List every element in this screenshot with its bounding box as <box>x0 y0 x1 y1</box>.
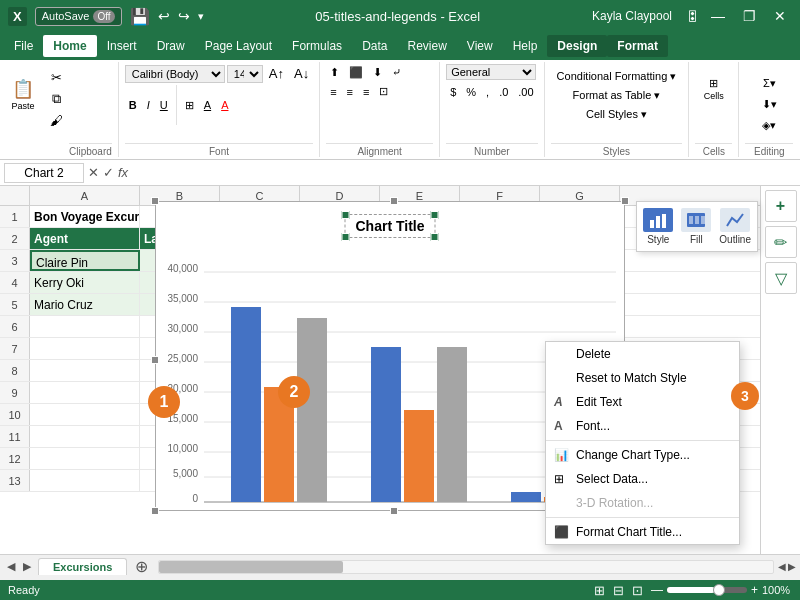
percent-btn[interactable]: % <box>462 84 480 100</box>
increase-font-btn[interactable]: A↑ <box>265 64 288 83</box>
page-layout-view-btn[interactable]: ⊟ <box>613 583 624 598</box>
restore-btn[interactable]: ❐ <box>737 6 762 26</box>
chart-title-handle-bl[interactable] <box>342 233 350 241</box>
zoom-in-btn[interactable]: + <box>751 583 758 597</box>
menu-data[interactable]: Data <box>352 35 397 57</box>
align-right-btn[interactable]: ≡ <box>359 84 373 100</box>
italic-button[interactable]: I <box>143 97 154 113</box>
border-btn[interactable]: ⊞ <box>181 97 198 114</box>
cell-a2[interactable]: Agent <box>30 228 140 249</box>
chart-handle-tm[interactable] <box>390 197 398 205</box>
scroll-right-btn[interactable]: ▶ <box>788 561 796 572</box>
menu-review[interactable]: Review <box>397 35 456 57</box>
cell-a5[interactable]: Mario Cruz <box>30 294 140 315</box>
autosave-toggle[interactable]: AutoSave Off <box>35 7 122 26</box>
conditional-formatting-btn[interactable]: Conditional Formatting ▾ <box>551 68 683 85</box>
chart-style-btn[interactable]: ✏ <box>765 226 797 258</box>
decrease-decimal-btn[interactable]: .00 <box>514 84 537 100</box>
menu-insert[interactable]: Insert <box>97 35 147 57</box>
chart-handle-tr[interactable] <box>621 197 629 205</box>
menu-home[interactable]: Home <box>43 35 96 57</box>
context-menu-font[interactable]: A Font... <box>546 414 739 438</box>
horizontal-scroll-thumb[interactable] <box>159 561 343 573</box>
paste-button[interactable]: 📋 Paste <box>6 64 40 124</box>
menu-page-layout[interactable]: Page Layout <box>195 35 282 57</box>
menu-view[interactable]: View <box>457 35 503 57</box>
sum-btn[interactable]: Σ▾ <box>759 75 780 92</box>
chart-title-handle-tl[interactable] <box>342 211 350 219</box>
chart-title-handle-br[interactable] <box>430 233 438 241</box>
clear-btn[interactable]: ◈▾ <box>758 117 780 134</box>
format-painter-button[interactable]: 🖌 <box>46 111 67 130</box>
sheet-tab-excursions[interactable]: Excursions <box>38 558 127 575</box>
chart-handle-bm[interactable] <box>390 507 398 515</box>
font-name-select[interactable]: Calibri (Body) <box>125 65 225 83</box>
close-btn[interactable]: ✕ <box>768 6 792 26</box>
chart-filter-btn[interactable]: ▽ <box>765 262 797 294</box>
align-middle-btn[interactable]: ⬛ <box>345 64 367 81</box>
fill-btn-area[interactable]: Fill <box>681 208 711 245</box>
cut-button[interactable]: ✂ <box>46 68 67 87</box>
ribbon-toggle-btn[interactable]: 🎛 <box>686 9 699 24</box>
copy-button[interactable]: ⧉ <box>46 89 67 109</box>
save-btn[interactable]: 💾 <box>130 7 150 26</box>
formula-input[interactable] <box>132 164 796 182</box>
scroll-sheets-left-btn[interactable]: ◀ <box>4 559 18 574</box>
scroll-left-btn[interactable]: ◀ <box>778 561 786 572</box>
bold-button[interactable]: B <box>125 97 141 113</box>
scroll-sheets-right-btn[interactable]: ▶ <box>20 559 34 574</box>
format-as-table-btn[interactable]: Format as Table ▾ <box>551 87 683 104</box>
cancel-icon[interactable]: ✕ <box>88 165 99 180</box>
chart-handle-ml[interactable] <box>151 356 159 364</box>
zoom-slider-thumb[interactable] <box>713 584 725 596</box>
outline-btn-area[interactable]: Outline <box>719 208 751 245</box>
font-color-btn[interactable]: A <box>217 97 232 113</box>
zoom-slider[interactable] <box>667 587 747 593</box>
fx-icon[interactable]: fx <box>118 165 128 180</box>
menu-help[interactable]: Help <box>503 35 548 57</box>
zoom-out-btn[interactable]: — <box>651 583 663 597</box>
undo-btn[interactable]: ↩ <box>158 8 170 24</box>
normal-view-btn[interactable]: ⊞ <box>594 583 605 598</box>
style-btn-area[interactable]: Style <box>643 208 673 245</box>
wrap-text-btn[interactable]: ⤶ <box>388 64 405 81</box>
page-break-view-btn[interactable]: ⊡ <box>632 583 643 598</box>
context-menu-format-chart-title[interactable]: ⬛ Format Chart Title... <box>546 520 739 544</box>
chart-add-element-btn[interactable]: + <box>765 190 797 222</box>
context-menu-select-data[interactable]: ⊞ Select Data... <box>546 467 739 491</box>
comma-btn[interactable]: , <box>482 84 493 100</box>
font-size-select[interactable]: 14 <box>227 65 263 83</box>
number-format-select[interactable]: General <box>446 64 536 80</box>
chart-handle-tl[interactable] <box>151 197 159 205</box>
cells-button[interactable]: ⊞ Cells <box>697 64 731 114</box>
chart-title-handle-tr[interactable] <box>430 211 438 219</box>
fill-btn[interactable]: ⬇▾ <box>758 96 781 113</box>
context-menu-reset-style[interactable]: Reset to Match Style <box>546 366 739 390</box>
cell-a3[interactable]: Claire Pin <box>30 250 140 271</box>
decrease-font-btn[interactable]: A↓ <box>290 64 313 83</box>
align-left-btn[interactable]: ≡ <box>326 84 340 100</box>
chart-handle-bl[interactable] <box>151 507 159 515</box>
align-center-btn[interactable]: ≡ <box>343 84 357 100</box>
chart-title-box[interactable]: Chart Title <box>345 214 436 238</box>
name-box[interactable] <box>4 163 84 183</box>
context-menu-delete[interactable]: Delete <box>546 342 739 366</box>
minimize-btn[interactable]: — <box>705 6 731 26</box>
merge-btn[interactable]: ⊡ <box>375 83 392 100</box>
cell-a1[interactable]: Bon Voyage Excursions <box>30 206 140 227</box>
menu-formulas[interactable]: Formulas <box>282 35 352 57</box>
menu-format[interactable]: Format <box>607 35 668 57</box>
menu-draw[interactable]: Draw <box>147 35 195 57</box>
align-bottom-btn[interactable]: ⬇ <box>369 64 386 81</box>
cell-styles-btn[interactable]: Cell Styles ▾ <box>551 106 683 123</box>
context-menu-change-chart-type[interactable]: 📊 Change Chart Type... <box>546 443 739 467</box>
underline-button[interactable]: U <box>156 97 172 113</box>
col-header-a[interactable]: A <box>30 186 140 205</box>
align-top-btn[interactable]: ⬆ <box>326 64 343 81</box>
increase-decimal-btn[interactable]: .0 <box>495 84 512 100</box>
confirm-icon[interactable]: ✓ <box>103 165 114 180</box>
currency-btn[interactable]: $ <box>446 84 460 100</box>
cell-a4[interactable]: Kerry Oki <box>30 272 140 293</box>
menu-design[interactable]: Design <box>547 35 607 57</box>
redo-btn[interactable]: ↪ <box>178 8 190 24</box>
